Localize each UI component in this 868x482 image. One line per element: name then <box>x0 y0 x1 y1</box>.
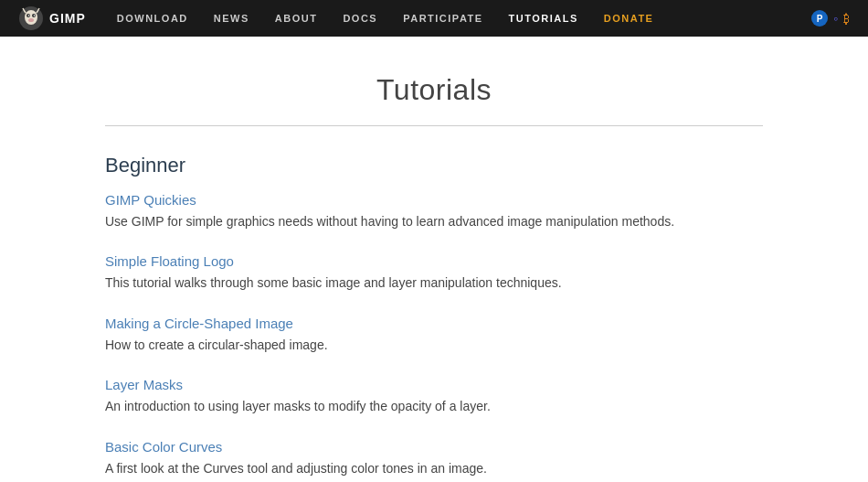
tutorial-desc-2: How to create a circular-shaped image. <box>105 335 726 355</box>
nav-link-news[interactable]: NEWS <box>201 0 262 37</box>
tutorial-link-1[interactable]: Simple Floating Logo <box>105 253 763 269</box>
nav-item-donate[interactable]: DONATE <box>591 0 667 37</box>
tutorial-link-3[interactable]: Layer Masks <box>105 377 763 392</box>
tutorial-desc-0: Use GIMP for simple graphics needs witho… <box>105 211 726 231</box>
nav-links: DOWNLOAD NEWS ABOUT DOCS PARTICIPATE TUT… <box>104 0 808 37</box>
nav-link-donate[interactable]: DONATE <box>591 0 667 37</box>
brand-name: GIMP <box>49 11 86 26</box>
svg-point-4 <box>28 15 30 16</box>
main-content: Tutorials Beginner GIMP Quickies Use GIM… <box>87 37 781 482</box>
nav-item-download[interactable]: DOWNLOAD <box>104 0 201 37</box>
nav-item-tutorials[interactable]: TUTORIALS <box>496 0 591 37</box>
nav-item-docs[interactable]: DOCS <box>330 0 390 37</box>
tutorial-desc-4: A first look at the Curves tool and adju… <box>105 458 726 478</box>
nav-item-about[interactable]: ABOUT <box>262 0 331 37</box>
tutorial-item-1: Simple Floating Logo This tutorial walks… <box>105 253 763 293</box>
tutorial-item-2: Making a Circle-Shaped Image How to crea… <box>105 316 763 355</box>
nav-link-participate[interactable]: PARTICIPATE <box>390 0 495 37</box>
tutorial-desc-1: This tutorial walks through some basic i… <box>105 273 726 293</box>
svg-point-5 <box>34 15 36 16</box>
bitcoin-icon[interactable]: ₿ <box>843 12 850 26</box>
gimp-logo-icon <box>18 5 44 31</box>
tutorial-item-0: GIMP Quickies Use GIMP for simple graphi… <box>105 192 763 231</box>
nav-link-docs[interactable]: DOCS <box>330 0 390 37</box>
nav-social-icons: P ◦ ₿ <box>811 10 850 27</box>
svg-point-6 <box>28 18 34 22</box>
nav-link-tutorials[interactable]: TUTORIALS <box>496 0 591 37</box>
nav-item-news[interactable]: NEWS <box>201 0 262 37</box>
tutorial-link-0[interactable]: GIMP Quickies <box>105 192 763 208</box>
svg-point-1 <box>25 10 37 25</box>
nav-link-about[interactable]: ABOUT <box>262 0 331 37</box>
section-beginner-title: Beginner <box>105 154 763 177</box>
tutorial-desc-3: An introduction to using layer masks to … <box>105 396 726 416</box>
navigation: GIMP DOWNLOAD NEWS ABOUT DOCS PARTICIPAT… <box>0 0 868 37</box>
tutorial-item-3: Layer Masks An introduction to using lay… <box>105 377 763 416</box>
mastodon-icon[interactable]: ◦ <box>833 11 838 26</box>
tutorial-item-4: Basic Color Curves A first look at the C… <box>105 439 763 478</box>
patreon-icon[interactable]: P <box>811 10 828 27</box>
nav-item-participate[interactable]: PARTICIPATE <box>390 0 495 37</box>
tutorial-link-4[interactable]: Basic Color Curves <box>105 439 763 455</box>
page-title: Tutorials <box>105 73 763 107</box>
nav-logo[interactable]: GIMP <box>18 5 86 31</box>
title-divider <box>105 125 763 126</box>
nav-link-download[interactable]: DOWNLOAD <box>104 0 201 37</box>
tutorial-link-2[interactable]: Making a Circle-Shaped Image <box>105 316 763 331</box>
